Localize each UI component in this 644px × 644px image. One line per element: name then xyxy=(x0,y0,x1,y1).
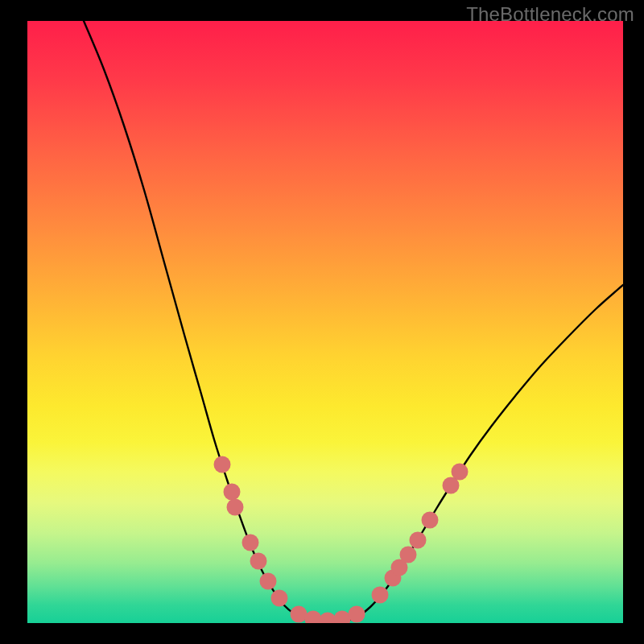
marker-dot xyxy=(214,456,231,473)
marker-dot xyxy=(291,606,308,623)
curve-right-curve xyxy=(327,285,623,622)
marker-dot xyxy=(349,606,365,623)
marker-dot xyxy=(224,484,241,501)
marker-dot xyxy=(372,587,389,604)
chart-svg xyxy=(27,21,623,623)
marker-dot xyxy=(271,590,288,607)
marker-dot xyxy=(400,547,417,564)
marker-dot xyxy=(260,573,277,590)
chart-frame: TheBottleneck.com xyxy=(0,0,644,644)
marker-dot xyxy=(227,499,244,516)
marker-dot xyxy=(422,512,439,529)
marker-dot xyxy=(250,553,267,570)
marker-dot xyxy=(410,532,427,549)
marker-dot xyxy=(320,613,336,624)
marker-dot xyxy=(305,611,322,624)
marker-dot xyxy=(242,535,259,551)
marker-dot xyxy=(452,464,469,481)
marker-dot xyxy=(334,611,351,624)
watermark-text: TheBottleneck.com xyxy=(466,3,634,26)
plot-area xyxy=(27,21,623,623)
curve-left-curve xyxy=(84,21,327,622)
